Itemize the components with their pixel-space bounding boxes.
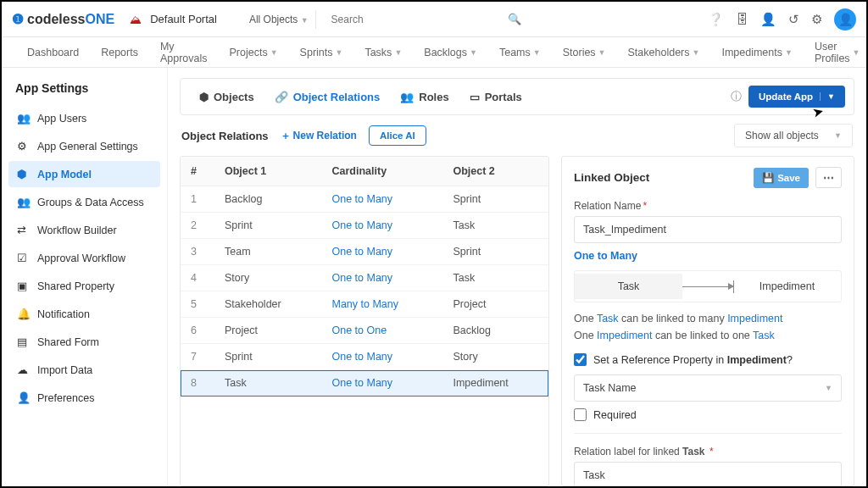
history-icon[interactable]: ↺ (788, 12, 799, 27)
sidebar-item-label: Groups & Data Access (37, 197, 144, 208)
database-icon[interactable]: 🗄 (736, 12, 748, 26)
nav-item[interactable]: Stakeholders ▼ (620, 42, 709, 64)
nav-item[interactable]: Sprints ▼ (292, 42, 352, 64)
cardinality-link[interactable]: One to Many (332, 219, 393, 231)
update-app-button[interactable]: Update App▼ (748, 86, 845, 108)
cardinality-link[interactable]: One to Many (332, 377, 393, 389)
tab-icon: 🔗 (275, 91, 288, 103)
more-button[interactable]: ⋯ (815, 167, 842, 188)
table-row[interactable]: 4StoryOne to ManyTask (181, 265, 548, 291)
tab-icon: ⬢ (199, 91, 209, 103)
nav-item[interactable]: Tasks ▼ (356, 42, 410, 64)
column-header[interactable]: Object 1 (214, 157, 322, 186)
sidebar-item[interactable]: 👥App Users (8, 105, 160, 131)
nav-item[interactable]: Teams ▼ (491, 42, 549, 64)
chevron-down-icon[interactable]: ▼ (820, 92, 835, 101)
sidebar-item-label: Shared Form (37, 336, 99, 348)
relation-desc-2: One Impediment can be linked to one Task (574, 330, 842, 341)
nav-item[interactable]: Backlogs ▼ (415, 42, 486, 64)
relation-desc-1: One Task can be linked to many Impedimen… (574, 313, 842, 324)
sidebar-item[interactable]: 🔔Notification (8, 301, 160, 327)
column-header[interactable]: Cardinality (322, 157, 443, 186)
relation-diagram: Task Impediment (574, 270, 842, 302)
sidebar-item[interactable]: ⚙App General Settings (8, 133, 160, 159)
user-add-icon[interactable]: 👤 (760, 12, 776, 27)
info-icon[interactable]: ⓘ (731, 89, 742, 104)
topbar: ❶ codelessONE ⛰ Default Portal All Objec… (2, 2, 866, 37)
portal-icon: ⛰ (130, 13, 142, 26)
tab[interactable]: ⬢Objects (189, 84, 264, 110)
table-row[interactable]: 3TeamOne to ManySprint (181, 239, 548, 265)
sidebar-item-icon: ⚙ (17, 140, 31, 152)
save-button[interactable]: 💾 Save (754, 168, 809, 188)
tabs-row: ⬢Objects🔗Object Relations👥Roles▭Portals … (180, 78, 854, 115)
sidebar-item[interactable]: ▣Shared Property (8, 273, 160, 299)
table-row[interactable]: 8TaskOne to ManyImpediment (181, 370, 548, 396)
sidebar-item[interactable]: 👥Groups & Data Access (8, 189, 160, 215)
sidebar-item-icon: ▤ (17, 336, 31, 348)
portal-name[interactable]: Default Portal (150, 13, 217, 25)
cardinality-link[interactable]: One to Many (332, 272, 393, 284)
tab[interactable]: 👥Roles (390, 84, 459, 110)
sidebar-item[interactable]: ☁Import Data (8, 357, 160, 383)
column-header[interactable]: Object 2 (442, 157, 548, 186)
nav-item[interactable]: Reports (92, 42, 147, 64)
sidebar-item-icon: ☁ (17, 363, 31, 376)
nav-item[interactable]: Impediments ▼ (713, 42, 800, 64)
sidebar-item-icon: ▣ (17, 280, 31, 292)
detail-panel: Linked Object 💾 Save ⋯ Relation Name* On… (561, 156, 854, 486)
sidebar-item-label: Import Data (37, 364, 92, 376)
cardinality-link[interactable]: One to Many (332, 246, 393, 258)
object-scope-dropdown[interactable]: All Objects ▼ (242, 10, 316, 29)
cardinality-link[interactable]: Many to Many (332, 298, 399, 310)
sidebar-item-icon: 👥 (17, 196, 31, 208)
avatar[interactable]: 👤 (834, 8, 856, 30)
search-input[interactable] (325, 8, 501, 30)
nav-item[interactable]: My Approvals (152, 36, 216, 69)
nav-item[interactable]: Projects ▼ (221, 42, 287, 64)
nav-item[interactable]: Stories ▼ (554, 42, 615, 64)
cardinality-link[interactable]: One to Many (574, 250, 637, 262)
tab[interactable]: ▭Portals (459, 84, 532, 110)
section-title: Object Relations (181, 130, 269, 142)
relation-label-1-input[interactable] (574, 462, 842, 486)
sidebar-item-label: Notification (37, 308, 90, 320)
new-relation-button[interactable]: ＋ New Relation (281, 129, 357, 143)
table-row[interactable]: 1BacklogOne to ManySprint (181, 186, 548, 213)
sidebar-item-label: Shared Property (37, 280, 114, 292)
filter-dropdown[interactable]: Show all objects▼ (734, 124, 853, 147)
table-row[interactable]: 2SprintOne to ManyTask (181, 213, 548, 239)
relation-name-input[interactable] (574, 216, 842, 243)
nav-item[interactable]: Dashboard (19, 42, 87, 64)
tab[interactable]: 🔗Object Relations (264, 84, 391, 110)
reference-property-select[interactable]: Task Name▼ (574, 374, 842, 402)
nav-item[interactable]: User Profiles ▼ (806, 36, 868, 69)
sidebar-item[interactable]: ⬢App Model (8, 161, 160, 187)
tab-icon: 👥 (400, 91, 414, 103)
tab-icon: ▭ (470, 91, 480, 103)
cardinality-link[interactable]: One to One (332, 324, 387, 336)
required-checkbox-row: Required (574, 408, 842, 421)
cardinality-link[interactable]: One to Many (332, 193, 393, 205)
table-row[interactable]: 6ProjectOne to OneBacklog (181, 318, 548, 344)
sidebar-title: App Settings (8, 76, 160, 105)
sidebar-item[interactable]: ⇄Workflow Builder (8, 217, 160, 243)
table-row[interactable]: 5StakeholderMany to ManyProject (181, 291, 548, 318)
diagram-right-object: Impediment (733, 274, 841, 299)
sidebar-item[interactable]: 👤Preferences (8, 385, 160, 411)
sidebar-item[interactable]: ☑Approval Workflow (8, 245, 160, 271)
logo[interactable]: ❶ codelessONE (12, 11, 114, 27)
reference-property-checkbox[interactable] (574, 353, 587, 366)
alice-ai-button[interactable]: Alice AI (369, 125, 426, 146)
sidebar-item-label: App General Settings (37, 141, 138, 152)
cardinality-link[interactable]: One to Many (332, 351, 393, 363)
help-icon[interactable]: ❔ (708, 12, 724, 27)
column-header[interactable]: # (181, 157, 214, 186)
relation-name-label: Relation Name* (574, 200, 842, 212)
table-row[interactable]: 7SprintOne to ManyStory (181, 344, 548, 370)
gear-icon[interactable]: ⚙ (811, 12, 822, 27)
sidebar-item-icon: 👤 (17, 391, 31, 404)
sidebar-item[interactable]: ▤Shared Form (8, 329, 160, 355)
required-checkbox[interactable] (574, 408, 587, 421)
search-icon[interactable]: 🔍 (501, 13, 528, 25)
